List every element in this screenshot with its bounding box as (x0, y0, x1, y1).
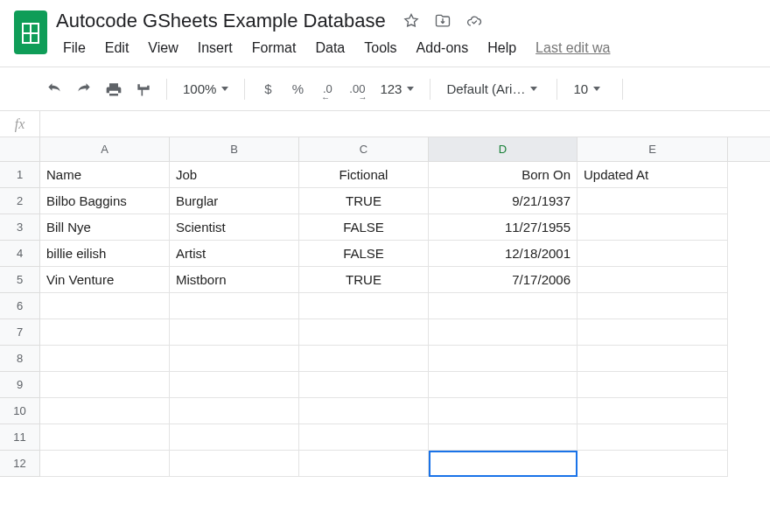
font-family-dropdown[interactable]: Default (Ari… (441, 81, 546, 96)
cell-E12[interactable] (578, 451, 728, 477)
column-header-B[interactable]: B (170, 137, 299, 161)
cell-C12[interactable] (299, 451, 429, 477)
row-header[interactable]: 2 (0, 188, 40, 214)
cell-A6[interactable] (40, 293, 170, 319)
column-header-E[interactable]: E (578, 137, 728, 161)
cell-D11[interactable] (429, 424, 578, 451)
cell-B11[interactable] (170, 424, 299, 451)
row-header[interactable]: 1 (0, 162, 40, 188)
cell-D10[interactable] (429, 398, 578, 424)
cell-D1[interactable]: Born On (429, 162, 578, 188)
cell-E7[interactable] (578, 319, 728, 346)
cell-A1[interactable]: Name (40, 162, 170, 188)
row-header[interactable]: 9 (0, 372, 40, 398)
increase-decimal-button[interactable]: .00→ (345, 76, 369, 102)
menu-tools[interactable]: Tools (355, 37, 405, 60)
column-header-C[interactable]: C (299, 137, 429, 161)
cell-D5[interactable]: 7/17/2006 (429, 267, 578, 293)
cell-A10[interactable] (40, 398, 170, 424)
row-header[interactable]: 5 (0, 267, 40, 293)
column-header-A[interactable]: A (40, 137, 170, 161)
cell-D3[interactable]: 11/27/1955 (429, 214, 578, 241)
cell-C4[interactable]: FALSE (299, 241, 429, 267)
zoom-dropdown[interactable]: 100% (178, 81, 234, 96)
cell-D7[interactable] (429, 319, 578, 346)
cell-E10[interactable] (578, 398, 728, 424)
decrease-decimal-button[interactable]: .0← (315, 76, 340, 102)
row-header[interactable]: 8 (0, 346, 40, 372)
formula-input[interactable] (40, 111, 770, 136)
cell-D12[interactable] (429, 451, 578, 477)
cell-C11[interactable] (299, 424, 429, 451)
cell-C8[interactable] (299, 346, 429, 372)
cell-D4[interactable]: 12/18/2001 (429, 241, 578, 267)
cell-E8[interactable] (578, 346, 728, 372)
redo-button[interactable] (72, 76, 96, 102)
cell-B12[interactable] (170, 451, 299, 477)
menu-view[interactable]: View (139, 37, 186, 60)
menu-format[interactable]: Format (243, 37, 305, 60)
cell-D9[interactable] (429, 372, 578, 398)
star-icon[interactable] (402, 11, 421, 31)
cell-E6[interactable] (578, 293, 728, 319)
print-button[interactable] (102, 76, 126, 102)
column-header-D[interactable]: D (429, 137, 578, 161)
cell-B10[interactable] (170, 398, 299, 424)
cell-D2[interactable]: 9/21/1937 (429, 188, 578, 214)
number-format-dropdown[interactable]: 123 (374, 81, 419, 96)
cell-C2[interactable]: TRUE (299, 188, 429, 214)
cell-A8[interactable] (40, 346, 170, 372)
cell-B1[interactable]: Job (170, 162, 299, 188)
cell-C5[interactable]: TRUE (299, 267, 429, 293)
cell-E4[interactable] (578, 241, 728, 267)
cell-B4[interactable]: Artist (170, 241, 299, 267)
cell-E3[interactable] (578, 214, 728, 241)
cell-A7[interactable] (40, 319, 170, 346)
cell-C6[interactable] (299, 293, 429, 319)
font-size-dropdown[interactable]: 10 (568, 81, 612, 96)
cell-B7[interactable] (170, 319, 299, 346)
cell-B9[interactable] (170, 372, 299, 398)
row-header[interactable]: 7 (0, 319, 40, 346)
menu-help[interactable]: Help (479, 37, 525, 60)
cell-D6[interactable] (429, 293, 578, 319)
cell-C10[interactable] (299, 398, 429, 424)
cell-E9[interactable] (578, 372, 728, 398)
cell-C3[interactable]: FALSE (299, 214, 429, 241)
menu-insert[interactable]: Insert (189, 37, 242, 60)
format-currency-button[interactable]: $ (256, 76, 280, 102)
cell-C1[interactable]: Fictional (299, 162, 429, 188)
move-to-folder-icon[interactable] (433, 11, 452, 31)
cloud-saved-icon[interactable] (465, 11, 484, 31)
cell-A11[interactable] (40, 424, 170, 451)
row-header[interactable]: 6 (0, 293, 40, 319)
last-edit-link[interactable]: Last edit wa (536, 40, 610, 56)
paint-format-button[interactable] (131, 76, 156, 102)
cell-B5[interactable]: Mistborn (170, 267, 299, 293)
cell-E11[interactable] (578, 424, 728, 451)
select-all-corner[interactable] (0, 137, 40, 161)
row-header[interactable]: 3 (0, 214, 40, 241)
menu-file[interactable]: File (54, 37, 94, 60)
cell-B6[interactable] (170, 293, 299, 319)
cell-A4[interactable]: billie eilish (40, 241, 170, 267)
sheets-logo[interactable] (9, 7, 52, 61)
cell-A12[interactable] (40, 451, 170, 477)
cell-A3[interactable]: Bill Nye (40, 214, 170, 241)
cell-A2[interactable]: Bilbo Baggins (40, 188, 170, 214)
document-title[interactable]: Autocode GSheets Example Database (52, 9, 389, 33)
menu-edit[interactable]: Edit (96, 37, 138, 60)
cell-B2[interactable]: Burglar (170, 188, 299, 214)
menu-addons[interactable]: Add-ons (408, 37, 478, 60)
cell-E1[interactable]: Updated At (578, 162, 728, 188)
cell-B8[interactable] (170, 346, 299, 372)
menu-data[interactable]: Data (306, 37, 354, 60)
cell-A9[interactable] (40, 372, 170, 398)
cell-D8[interactable] (429, 346, 578, 372)
row-header[interactable]: 12 (0, 451, 40, 477)
row-header[interactable]: 10 (0, 398, 40, 424)
cell-C9[interactable] (299, 372, 429, 398)
cell-B3[interactable]: Scientist (170, 214, 299, 241)
cell-E2[interactable] (578, 188, 728, 214)
row-header[interactable]: 11 (0, 424, 40, 451)
